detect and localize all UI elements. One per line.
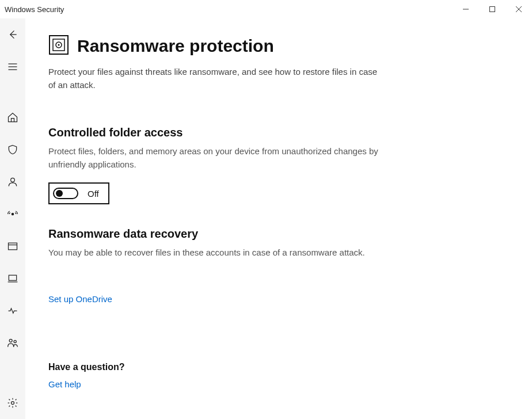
svg-point-16: [12, 402, 14, 405]
sidebar: [0, 18, 25, 419]
settings-icon[interactable]: [0, 393, 25, 413]
setup-onedrive-link[interactable]: Set up OneDrive: [48, 294, 112, 304]
svg-point-15: [14, 340, 16, 342]
data-recovery-section: Ransomware data recovery You may be able…: [48, 227, 394, 304]
svg-point-8: [11, 178, 15, 182]
shield-icon[interactable]: [0, 139, 25, 160]
firewall-icon[interactable]: [0, 204, 25, 224]
toggle-state-label: Off: [88, 189, 99, 199]
menu-button[interactable]: [0, 56, 25, 77]
data-recovery-heading: Ransomware data recovery: [48, 227, 394, 241]
get-help-link[interactable]: Get help: [48, 379, 81, 389]
close-button[interactable]: [506, 0, 532, 18]
toggle-thumb: [56, 190, 63, 197]
home-icon[interactable]: [0, 107, 25, 128]
controlled-folder-heading: Controlled folder access: [48, 126, 394, 139]
controlled-folder-toggle[interactable]: Off: [48, 182, 109, 204]
window-title: Windows Security: [5, 5, 64, 14]
back-button[interactable]: [0, 24, 25, 45]
svg-point-14: [9, 339, 12, 342]
page-title: Ransomware protection: [77, 36, 274, 56]
svg-point-20: [58, 44, 60, 46]
titlebar: Windows Security: [0, 0, 532, 18]
controlled-folder-section: Controlled folder access Protect files, …: [48, 126, 394, 204]
data-recovery-description: You may be able to recover files in thes…: [48, 246, 394, 260]
svg-rect-1: [490, 7, 495, 12]
controlled-folder-description: Protect files, folders, and memory areas…: [48, 145, 394, 171]
content-area: Ransomware protection Protect your files…: [25, 18, 532, 419]
help-section: Have a question? Get help: [48, 362, 509, 390]
app-browser-icon[interactable]: [0, 236, 25, 257]
svg-rect-10: [9, 243, 17, 250]
device-performance-icon[interactable]: [0, 300, 25, 321]
svg-point-9: [12, 213, 13, 215]
toggle-track: [53, 188, 78, 199]
svg-rect-12: [9, 275, 16, 280]
minimize-button[interactable]: [453, 0, 479, 18]
ransomware-icon: [48, 35, 69, 58]
device-security-icon[interactable]: [0, 268, 25, 289]
maximize-button[interactable]: [479, 0, 506, 18]
help-heading: Have a question?: [48, 362, 509, 372]
account-icon[interactable]: [0, 172, 25, 192]
family-icon[interactable]: [0, 333, 25, 353]
page-subtitle: Protect your files against threats like …: [48, 66, 382, 92]
